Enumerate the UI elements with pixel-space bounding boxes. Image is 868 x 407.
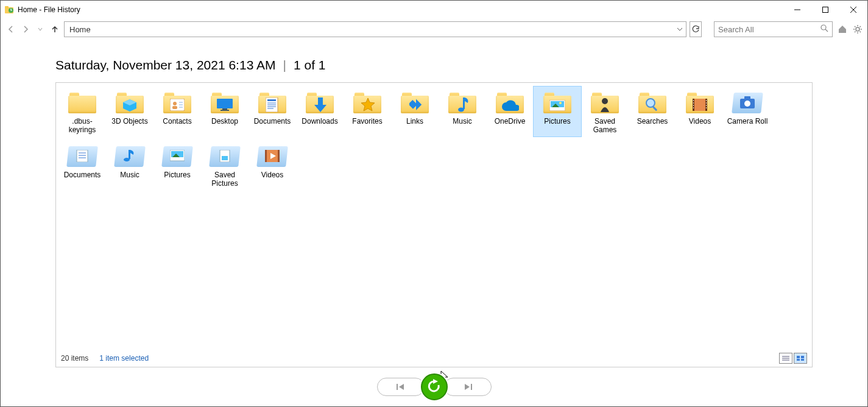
svg-rect-79: [801, 359, 804, 361]
search-icon: [820, 24, 828, 35]
file-item[interactable]: Music: [439, 87, 486, 136]
svg-rect-1: [5, 6, 9, 9]
file-item-label: 3D Objects: [110, 117, 149, 126]
folder-pictures-icon: [541, 88, 574, 117]
folder-3d-icon: [113, 88, 146, 117]
svg-rect-49: [693, 102, 694, 104]
status-item-count: 20 items: [61, 354, 88, 363]
folder-desktop-icon: [208, 88, 241, 117]
file-item[interactable]: Links: [391, 87, 439, 136]
view-mode-switch: [779, 353, 807, 364]
file-item-label: Desktop: [210, 117, 239, 126]
file-item[interactable]: Camera Roll: [724, 87, 771, 136]
file-item-label: Videos: [260, 171, 284, 179]
svg-point-40: [559, 102, 562, 104]
lib-camera-icon: [731, 88, 764, 117]
svg-rect-26: [217, 99, 233, 108]
file-item-label: Favorites: [351, 117, 383, 126]
up-button[interactable]: [49, 22, 60, 37]
file-item[interactable]: Pictures: [153, 140, 201, 190]
svg-rect-36: [463, 97, 465, 109]
svg-rect-59: [77, 150, 88, 162]
file-item[interactable]: Saved Games: [581, 87, 629, 136]
file-item[interactable]: Videos: [676, 87, 724, 136]
svg-rect-4: [823, 7, 828, 13]
titlebar: Home - File History: [1, 1, 867, 19]
folder-links-icon: [398, 88, 431, 117]
folder-search-icon: [636, 88, 669, 117]
file-item[interactable]: Videos: [249, 140, 296, 190]
folder-favorites-icon: [351, 88, 384, 117]
file-item[interactable]: OneDrive: [486, 87, 534, 136]
refresh-button[interactable]: [690, 21, 702, 37]
file-item[interactable]: 3D Objects: [106, 87, 153, 136]
folder-contacts-icon: [161, 88, 194, 117]
titlebar-left: Home - File History: [4, 5, 80, 15]
svg-rect-45: [694, 99, 705, 111]
file-item-label: Videos: [688, 117, 712, 126]
file-item-label: Camera Roll: [726, 117, 769, 126]
file-item[interactable]: Searches: [629, 87, 676, 136]
file-item[interactable]: Pictures: [534, 87, 581, 136]
svg-point-7: [821, 25, 826, 30]
svg-rect-50: [693, 105, 694, 106]
icons-view-button[interactable]: [794, 353, 807, 364]
svg-point-21: [173, 102, 177, 105]
file-item[interactable]: Downloads: [296, 87, 344, 136]
file-item[interactable]: Documents: [249, 87, 296, 136]
snapshot-date: Saturday, November 13, 2021 6:13 AM: [55, 58, 276, 73]
lib-music-icon: [113, 141, 146, 171]
file-item-label: Documents: [253, 117, 292, 126]
svg-rect-55: [706, 107, 707, 108]
settings-button[interactable]: [853, 23, 863, 36]
svg-point-42: [646, 99, 655, 107]
next-version-button[interactable]: [444, 378, 492, 396]
home-button[interactable]: [838, 23, 848, 36]
status-selection: 1 item selected: [99, 354, 149, 363]
folder-onedrive-icon: [493, 88, 526, 117]
lib-videos-icon: [256, 141, 289, 171]
svg-line-8: [825, 29, 828, 32]
svg-rect-77: [801, 356, 804, 358]
file-grid[interactable]: .dbus-keyrings3D ObjectsContactsDesktopD…: [56, 83, 812, 350]
svg-rect-53: [706, 102, 707, 104]
previous-version-button[interactable]: [377, 378, 425, 396]
svg-line-16: [859, 26, 861, 27]
svg-line-17: [855, 32, 856, 33]
file-item[interactable]: Favorites: [344, 87, 391, 136]
minimize-button[interactable]: [783, 1, 811, 19]
file-item[interactable]: Desktop: [201, 87, 249, 136]
file-item-label: Pictures: [543, 117, 571, 126]
file-history-window: Home - File History Home Saturday, Novem…: [0, 0, 868, 407]
forward-button[interactable]: [20, 22, 31, 37]
back-button[interactable]: [5, 22, 16, 37]
search-box[interactable]: [714, 21, 833, 37]
svg-rect-64: [129, 150, 130, 159]
svg-rect-30: [267, 99, 276, 101]
navigation-toolbar: Home: [1, 19, 867, 43]
file-item-label: Links: [405, 117, 425, 126]
file-item[interactable]: Documents: [58, 140, 106, 190]
file-item[interactable]: Contacts: [153, 87, 201, 136]
file-item-label: Music: [451, 117, 473, 126]
details-view-button[interactable]: [779, 353, 792, 364]
close-button[interactable]: [839, 1, 867, 19]
folder-music-icon: [446, 88, 479, 117]
address-dropdown[interactable]: [674, 26, 686, 32]
svg-rect-52: [706, 100, 707, 101]
svg-line-15: [859, 32, 861, 33]
content-area: Saturday, November 13, 2021 6:13 AM | 1 …: [1, 43, 867, 367]
file-item[interactable]: .dbus-keyrings: [58, 87, 106, 136]
snapshot-page-indicator: 1 of 1: [294, 58, 326, 73]
file-item[interactable]: Music: [106, 140, 153, 190]
maximize-button[interactable]: [811, 1, 839, 19]
file-item-label: Music: [119, 171, 140, 179]
search-input[interactable]: [718, 25, 820, 34]
history-dropdown[interactable]: [35, 22, 46, 37]
file-item-label: Saved Pictures: [202, 171, 247, 188]
restore-button[interactable]: [421, 373, 448, 400]
file-item[interactable]: Saved Pictures: [201, 140, 249, 190]
address-bar[interactable]: Home: [64, 21, 686, 37]
svg-rect-69: [222, 156, 228, 160]
svg-rect-57: [744, 96, 750, 100]
